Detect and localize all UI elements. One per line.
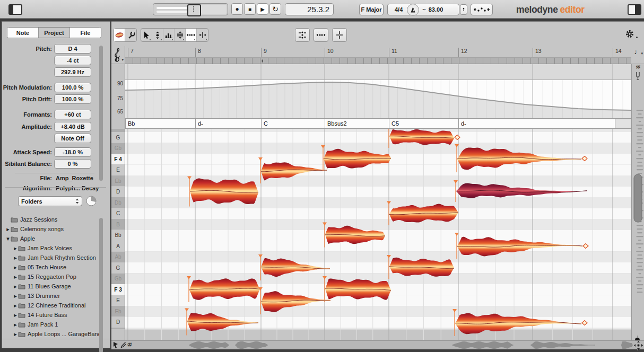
chord-cell[interactable]: C — [261, 118, 325, 128]
chord-cell[interactable]: Bb — [125, 118, 195, 128]
scale-snap-icon[interactable] — [635, 72, 641, 80]
pitch-ruler-cell[interactable]: G — [111, 262, 125, 273]
note-editor-grid[interactable] — [125, 129, 631, 340]
disclosure-right-icon[interactable]: ▸ — [5, 226, 11, 233]
folder-item[interactable]: ▸Celemony songs — [2, 224, 106, 234]
toggle-right-panel-icon[interactable] — [628, 4, 641, 15]
toggle-left-panel-icon[interactable] — [8, 4, 22, 15]
pitch-ruler-cell[interactable]: C — [111, 208, 125, 219]
pitch-ruler-cell[interactable]: A — [111, 241, 125, 251]
inspector-field[interactable]: +60 ct — [54, 110, 91, 119]
pitch-ruler-cell[interactable]: B — [111, 219, 125, 230]
chord-cell[interactable]: C5 — [389, 118, 458, 128]
minimap-thumb[interactable] — [634, 174, 642, 222]
note-blob-G4[interactable] — [389, 129, 454, 145]
scrub-handle[interactable] — [187, 4, 201, 16]
folder-item[interactable]: ▸Jam Pack 1 — [2, 320, 106, 329]
pitch-ruler-cell[interactable]: E — [111, 165, 125, 175]
chord-cell[interactable] — [615, 118, 631, 128]
pitch-tool[interactable] — [152, 29, 163, 41]
pitch-ruler-cell[interactable]: Db — [111, 197, 125, 208]
correct-pitch-macro[interactable] — [295, 28, 310, 42]
main-tool-blob[interactable] — [114, 29, 125, 41]
pitch-ruler-cell[interactable]: Eb — [111, 175, 125, 186]
pitch-ruler[interactable]: 907565GGbF 4EEbDDbCBBbAAbGGbF 3EEbD — [111, 64, 125, 340]
stop-button[interactable]: ■ — [244, 3, 256, 15]
disclosure-right-icon[interactable]: ▸ — [13, 293, 18, 300]
settings-gear-button[interactable] — [625, 29, 634, 39]
meter-value[interactable]: 4/4 — [388, 6, 403, 13]
audio-overview-strip[interactable] — [111, 341, 644, 349]
note-off-button[interactable]: Note Off — [54, 134, 91, 143]
note-spacing-button[interactable] — [471, 4, 493, 15]
inspector-field[interactable]: +8.40 dB — [54, 122, 91, 131]
inspector-field[interactable]: -4 ct — [54, 56, 91, 65]
tempo-curve-lane[interactable] — [125, 80, 631, 118]
time-grid-selector[interactable]: ♩▾ — [631, 46, 644, 64]
tab-note[interactable]: Note — [7, 28, 39, 38]
pitch-ruler-cell[interactable]: Bb — [111, 230, 125, 241]
loop-button[interactable]: ↻ — [269, 3, 281, 15]
pitch-ruler-cell[interactable]: E — [111, 295, 125, 306]
pitch-ruler-cell[interactable]: F 3 — [111, 284, 125, 295]
inspector-field[interactable]: 0 % — [54, 159, 91, 169]
timegrid-tool[interactable] — [197, 29, 208, 41]
record-button[interactable]: ● — [231, 3, 243, 15]
folder-item[interactable]: ▾Apple — [2, 234, 106, 243]
play-button[interactable]: ▶ — [257, 3, 268, 15]
disclosure-right-icon[interactable]: ▸ — [13, 254, 18, 261]
pie-filter-icon[interactable] — [86, 196, 97, 206]
browser-scrollbar[interactable] — [99, 218, 103, 352]
inspector-field[interactable]: -18.0 % — [54, 147, 91, 157]
clef-selector[interactable]: ▾ — [111, 46, 125, 64]
inspector-field[interactable]: 292.9 Hz — [54, 67, 91, 77]
disclosure-right-icon[interactable]: ▸ — [13, 245, 18, 252]
pitch-minimap-scrollbar[interactable] — [633, 107, 643, 297]
pitch-ruler-cell[interactable]: Ab — [111, 252, 125, 262]
tab-project[interactable]: Project — [39, 28, 70, 38]
folder-item[interactable]: ▸14 Future Bass — [2, 310, 106, 320]
folder-item[interactable]: ▸12 Chinese Traditional — [2, 301, 106, 310]
time-display[interactable]: 25.3.2 — [285, 3, 334, 15]
chord-cell[interactable]: Bbsus2 — [325, 118, 389, 128]
inspector-field[interactable]: 100.0 % — [54, 94, 91, 104]
disclosure-right-icon[interactable]: ▸ — [13, 264, 18, 271]
pitch-ruler-cell[interactable]: D — [111, 187, 125, 197]
disclosure-right-icon[interactable]: ▸ — [13, 274, 18, 280]
chord-cell[interactable]: d- — [458, 118, 615, 128]
scrub-zoom-control[interactable] — [153, 3, 228, 15]
disclosure-right-icon[interactable]: ▸ — [13, 321, 18, 328]
inspector-scrollbar[interactable] — [99, 46, 103, 181]
browser-filter-dropdown[interactable]: Folders — [18, 196, 82, 206]
inspector-field[interactable]: D 4 — [54, 44, 91, 54]
folder-item[interactable]: ▸Apple Loops ... GarageBand — [2, 329, 106, 339]
pitch-ruler-cell[interactable]: D — [111, 317, 125, 328]
pitch-grid-icon[interactable]: ♯♯ — [632, 64, 644, 69]
timing-tool[interactable] — [186, 29, 197, 41]
disclosure-right-icon[interactable]: ▸ — [13, 283, 18, 290]
pitch-ruler-cell[interactable]: F 4 — [111, 154, 125, 164]
quantize-time-macro[interactable] — [314, 28, 328, 42]
pan-zoom-widget[interactable] — [634, 341, 643, 350]
key-button[interactable]: F Major — [359, 4, 384, 15]
chord-cell[interactable]: d- — [195, 118, 261, 128]
folder-item[interactable]: ▸15 Reggaeton Pop — [2, 272, 106, 281]
pitch-ruler-cell[interactable] — [111, 328, 125, 329]
disclosure-down-icon[interactable]: ▾ — [5, 235, 11, 242]
pitch-ruler-cell[interactable]: Eb — [111, 306, 125, 316]
note-separation-macro[interactable] — [332, 28, 347, 42]
folder-item[interactable]: ▸05 Tech House — [2, 262, 106, 272]
tempo-group[interactable]: 4/4 ~ 83.00 — [387, 4, 459, 15]
tab-file[interactable]: File — [70, 28, 101, 38]
wrench-tool[interactable] — [125, 29, 136, 41]
disclosure-right-icon[interactable]: ▸ — [13, 302, 18, 309]
metronome-icon[interactable] — [407, 4, 419, 16]
pitch-ruler-cell[interactable]: Gb — [111, 143, 125, 154]
chord-track[interactable]: Bbd-CBbsus2C5d- — [125, 118, 631, 129]
arrow-tool[interactable] — [141, 29, 152, 41]
folder-item[interactable]: ▸Jam Pack Rhythm Section — [2, 253, 106, 262]
timeline-ruler[interactable]: 7891011121314 — [125, 46, 631, 58]
folder-item[interactable]: ▸13 Drummer — [2, 291, 106, 301]
pitch-ruler-cell[interactable]: G — [111, 132, 125, 143]
pitch-ruler-cell[interactable]: Gb — [111, 274, 125, 284]
